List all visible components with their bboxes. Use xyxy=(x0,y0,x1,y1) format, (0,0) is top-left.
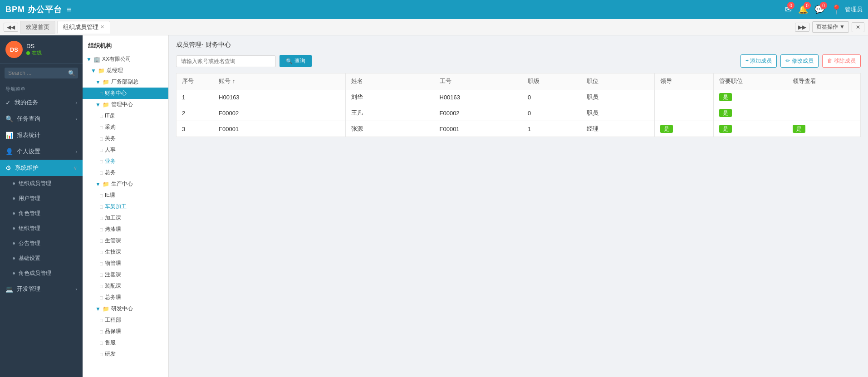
tree-node-prod-mgmt[interactable]: □ 生管课 xyxy=(83,235,168,246)
sidebar: DS DS 在线 🔍 导航菜单 ✓ 我的任务 xyxy=(0,35,83,377)
tree-node-purchase[interactable]: □ 采购 xyxy=(83,122,168,133)
sub-item-basic-label: 基础设置 xyxy=(19,255,40,262)
tree-node-material[interactable]: □ 物管课 xyxy=(83,258,168,269)
file-icon-assembly: □ xyxy=(100,284,103,289)
header-right: ✉ 0 🔔 0 💬 0 📍 管理员 xyxy=(785,4,863,15)
tab-welcome-label: 欢迎首页 xyxy=(26,23,49,31)
table-row[interactable]: 3F00001张源F000011经理是是是 xyxy=(177,121,861,137)
tree-node-qa[interactable]: □ 品保课 xyxy=(83,326,168,337)
tree-label-hr: 人事 xyxy=(105,146,116,154)
status-text: 在线 xyxy=(32,49,42,56)
member-search-input[interactable] xyxy=(176,55,276,67)
sub-item-notice[interactable]: 公告管理 xyxy=(0,236,83,251)
sidebar-item-system[interactable]: ⚙ 系统维护 ∨ xyxy=(0,160,83,176)
tree-node-sales[interactable]: □ 业务 xyxy=(83,156,168,167)
tree-node-inject[interactable]: □ 注塑课 xyxy=(83,269,168,280)
tree-label-prod-mgmt: 生管课 xyxy=(105,237,121,245)
tree-label-qa: 品保课 xyxy=(105,328,121,335)
tree-label-production: 生产中心 xyxy=(111,180,133,188)
member-table: 序号 账号 ↑ 姓名 工号 职级 职位 领导 管要职位 领导查看 1H00163… xyxy=(176,73,861,137)
tab-welcome[interactable]: 欢迎首页 xyxy=(20,21,55,34)
sub-item-org[interactable]: 组织管理 xyxy=(0,221,83,236)
chat-icon-badge[interactable]: 💬 0 xyxy=(814,5,824,15)
folder-expand-icon3: ▼ xyxy=(95,79,101,85)
sub-dot-icon7 xyxy=(13,272,15,274)
tree-node-production[interactable]: ▼ 📁 生产中心 xyxy=(83,178,168,190)
folder-icon3: 📁 xyxy=(103,79,109,85)
tree-label-gm: 总经理 xyxy=(107,67,123,74)
table-row[interactable]: 2F00002王凡F000020职员是 xyxy=(177,105,861,121)
tasks-icon: ✓ xyxy=(5,99,11,106)
tree-label-frame: 车架加工 xyxy=(105,203,127,211)
tree-node-rd-dept[interactable]: □ 研发 xyxy=(83,348,168,360)
table-row[interactable]: 1H00163刘华H001630职员是 xyxy=(177,89,861,105)
sub-item-basic[interactable]: 基础设置 xyxy=(0,251,83,266)
add-member-button[interactable]: + 添加成员 xyxy=(740,54,777,68)
sidebar-item-tasks[interactable]: ✓ 我的任务 › xyxy=(0,94,83,111)
sub-item-user[interactable]: 用户管理 xyxy=(0,191,83,206)
remove-member-button[interactable]: 🗑 移除成员 xyxy=(822,54,861,68)
user-info[interactable]: 📍 管理员 xyxy=(831,4,863,15)
tree-node-finance[interactable]: □ 财务中心 xyxy=(83,88,168,99)
file-icon-inject: □ xyxy=(100,272,103,278)
tree-node-eng[interactable]: □ 工程部 xyxy=(83,314,168,326)
search-input[interactable] xyxy=(5,68,78,78)
sub-item-role[interactable]: 角色管理 xyxy=(0,206,83,221)
tree-label-finance: 财务中心 xyxy=(105,89,127,97)
sub-item-org-member[interactable]: 组织成员管理 xyxy=(0,176,83,191)
tab-nav-next[interactable]: ▶▶ xyxy=(795,23,809,32)
tree-node-paint[interactable]: □ 烤漆课 xyxy=(83,224,168,235)
sidebar-user-info: DS 在线 xyxy=(26,43,42,56)
tree-node-gm[interactable]: ▼ 📁 总经理 xyxy=(83,65,168,76)
tab-close-button[interactable]: ✕ xyxy=(852,22,864,32)
tree-node-general[interactable]: □ 总务课 xyxy=(83,292,168,303)
sub-item-notice-label: 公告管理 xyxy=(19,240,40,247)
tab-close-icon[interactable]: ✕ xyxy=(100,24,104,30)
sidebar-item-personal[interactable]: 👤 个人设置 › xyxy=(0,143,83,160)
tab-org-member[interactable]: 组织成员管理 ✕ xyxy=(57,21,110,34)
cell-account: F00001 xyxy=(213,121,346,137)
sidebar-user: DS DS 在线 xyxy=(0,35,83,64)
col-leader-view: 领导查看 xyxy=(787,73,860,89)
tree-node-aftersales[interactable]: □ 售服 xyxy=(83,337,168,348)
tree-node-hr[interactable]: □ 人事 xyxy=(83,144,168,156)
col-account[interactable]: 账号 ↑ xyxy=(213,73,346,89)
menu-toggle-icon[interactable]: ≡ xyxy=(67,5,72,15)
tree-node-ie[interactable]: □ IE课 xyxy=(83,190,168,201)
status-dot xyxy=(26,51,30,55)
tree-node-process[interactable]: □ 加工课 xyxy=(83,212,168,224)
sub-item-role-member[interactable]: 角色成员管理 xyxy=(0,266,83,281)
sidebar-item-reports[interactable]: 📊 报表统计 xyxy=(0,127,83,143)
file-icon-purchase: □ xyxy=(100,125,103,130)
search-btn-icon: 🔍 xyxy=(286,58,293,64)
tree-node-frame[interactable]: □ 车架加工 xyxy=(83,201,168,212)
tree-node-prod-tech[interactable]: □ 生技课 xyxy=(83,246,168,258)
sub-dot-icon xyxy=(13,182,15,185)
bell-icon-badge[interactable]: 🔔 0 xyxy=(798,5,808,15)
sidebar-status: 在线 xyxy=(26,49,42,56)
col-key-pos: 管要职位 xyxy=(713,73,787,89)
sidebar-item-task-query[interactable]: 🔍 任务查询 › xyxy=(0,111,83,127)
right-panel: 组织机构 ▼ 🏢 XX有限公司 ▼ 📁 总经理 ▼ 📁 厂务部副 xyxy=(83,35,868,377)
tab-nav-prev[interactable]: ◀◀ xyxy=(4,23,18,32)
tree-node-rd[interactable]: ▼ 📁 研发中心 xyxy=(83,303,168,314)
tree-node-customs[interactable]: □ 关务 xyxy=(83,133,168,144)
edit-member-button[interactable]: ✏ 修改成员 xyxy=(780,54,818,68)
chat-badge: 0 xyxy=(820,2,827,9)
tree-node-assembly[interactable]: □ 装配课 xyxy=(83,280,168,292)
tree-node-admin[interactable]: □ 总务 xyxy=(83,167,168,178)
tab-ops-button[interactable]: 页签操作 ▼ xyxy=(812,21,849,33)
sub-dot-icon3 xyxy=(13,212,15,215)
folder-expand-icon: ▼ xyxy=(86,56,92,63)
col-name: 姓名 xyxy=(345,73,434,89)
tree-node-it[interactable]: □ IT课 xyxy=(83,110,168,122)
tree-node-mgmt[interactable]: ▼ 📁 管理中心 xyxy=(83,99,168,110)
tree-node-company[interactable]: ▼ 🏢 XX有限公司 xyxy=(83,54,168,65)
mail-icon-badge[interactable]: ✉ 0 xyxy=(785,5,792,15)
search-button[interactable]: 🔍 查询 xyxy=(280,55,312,67)
main-wrap: DS DS 在线 🔍 导航菜单 ✓ 我的任务 xyxy=(0,35,868,377)
sidebar-item-tasks-label: 我的任务 xyxy=(15,98,38,107)
sidebar-item-dev[interactable]: 💻 开发管理 › xyxy=(0,281,83,297)
avatar: DS xyxy=(5,41,23,58)
tree-node-factory-vp[interactable]: ▼ 📁 厂务部副总 xyxy=(83,76,168,88)
